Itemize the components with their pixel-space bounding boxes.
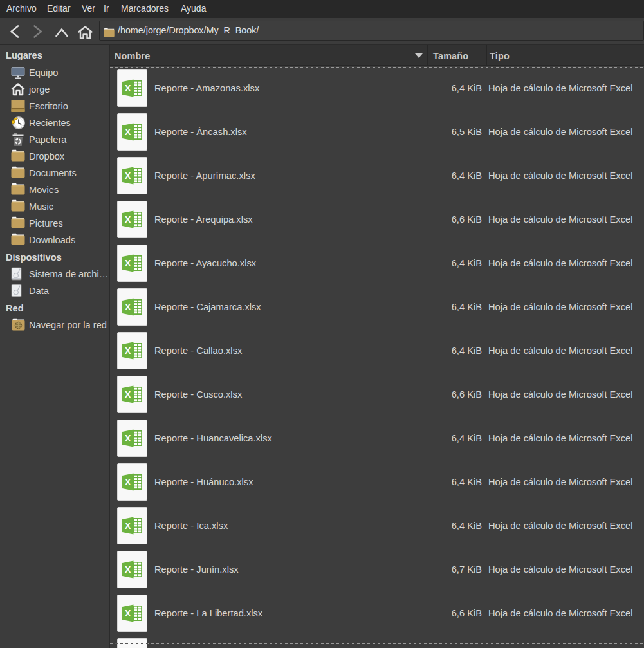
svg-text:X: X xyxy=(125,127,131,137)
svg-text:X: X xyxy=(125,214,131,225)
svg-text:X: X xyxy=(125,171,131,181)
svg-text:X: X xyxy=(125,477,131,487)
svg-text:X: X xyxy=(125,302,131,312)
svg-text:X: X xyxy=(125,608,131,618)
svg-text:X: X xyxy=(125,258,131,268)
svg-text:X: X xyxy=(125,389,131,400)
svg-text:X: X xyxy=(125,564,131,575)
svg-text:X: X xyxy=(125,83,131,93)
svg-text:X: X xyxy=(125,433,131,443)
svg-text:X: X xyxy=(125,346,131,356)
svg-text:X: X xyxy=(125,521,131,531)
